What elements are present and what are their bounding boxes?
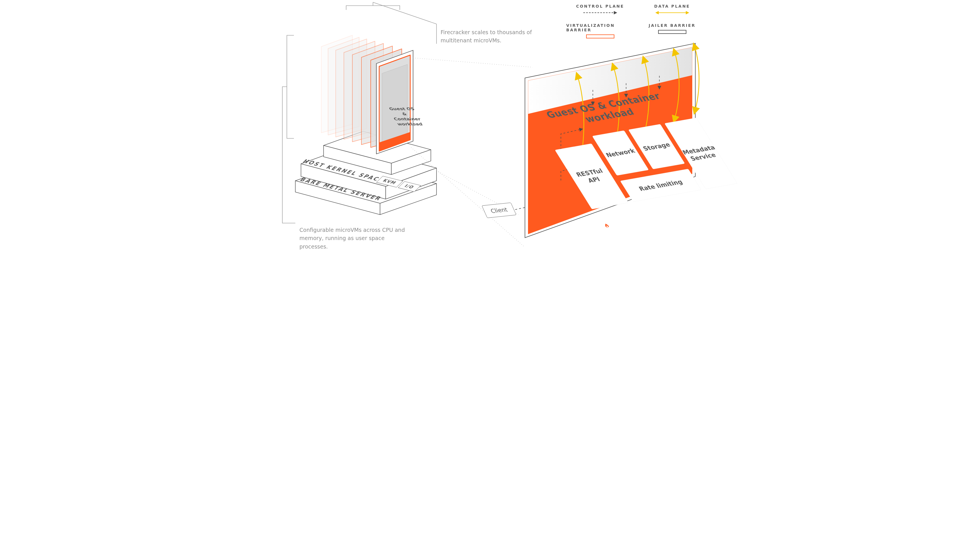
legend-jailer-barrier: JAILER BARRIER bbox=[648, 23, 696, 38]
legend-control-plane: CONTROL PLANE bbox=[566, 4, 634, 15]
legend-label: JAILER BARRIER bbox=[649, 23, 695, 28]
dashed-arrow-icon bbox=[583, 11, 617, 15]
tile-rate-limiting: Rate limiting bbox=[620, 169, 701, 202]
virt-swatch-icon bbox=[586, 35, 614, 38]
card-line: Container bbox=[393, 117, 421, 122]
legend-label: DATA PLANE bbox=[654, 4, 690, 8]
card-line: & bbox=[401, 112, 408, 117]
card-line: workload bbox=[396, 122, 424, 127]
jailer-swatch-icon bbox=[658, 30, 686, 34]
client-box: Client bbox=[482, 202, 516, 218]
legend-label: CONTROL PLANE bbox=[576, 4, 624, 8]
firecracker-panel: Guest OS & Container workload RESTfulAPI… bbox=[520, 59, 700, 246]
legend-label: VIRTUALIZATION BARRIER bbox=[566, 23, 634, 32]
double-arrow-icon bbox=[655, 11, 689, 15]
legend-data-plane: DATA PLANE bbox=[648, 4, 696, 15]
server-stack-illustration bbox=[278, 0, 493, 254]
card-line: Guest OS bbox=[388, 107, 415, 111]
svg-marker-18 bbox=[382, 64, 408, 143]
legend-virtualization-barrier: VIRTUALIZATION BARRIER bbox=[566, 23, 634, 38]
firecracker-flame-icon bbox=[599, 220, 614, 230]
diagram-stage: CONTROL PLANE DATA PLANE VIRTUALIZATION … bbox=[278, 0, 702, 254]
legend: CONTROL PLANE DATA PLANE VIRTUALIZATION … bbox=[566, 4, 696, 38]
